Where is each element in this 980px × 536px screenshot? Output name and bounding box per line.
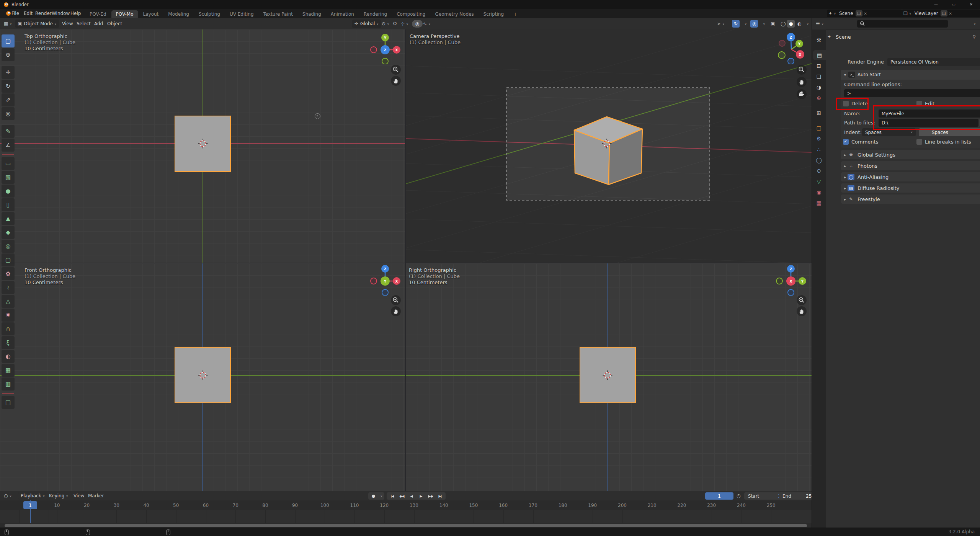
snap-with-dropdown[interactable]: ⊹∨ <box>399 20 410 28</box>
workspace-tab[interactable]: Scripting <box>479 10 508 18</box>
workspace-tab[interactable]: Modeling <box>163 10 194 18</box>
line-breaks-label[interactable]: Line breaks in lists <box>925 139 971 145</box>
marker-menu[interactable]: Marker <box>87 491 105 500</box>
tool-button[interactable]: ◐ <box>2 350 15 363</box>
menu-edit[interactable]: Edit <box>23 9 33 18</box>
zoom-icon[interactable] <box>391 295 401 305</box>
workspace-tab[interactable]: UV Editing <box>225 10 258 18</box>
scrollbar-thumb[interactable] <box>5 524 807 527</box>
workspace-tab[interactable]: + <box>509 10 522 18</box>
panel-header[interactable]: ▸ ▨ Diffuse Radiosity :::: <box>841 183 980 193</box>
filter-dropdown-icon[interactable]: ∨ <box>971 18 977 29</box>
tool-button[interactable]: ≀ <box>2 281 15 294</box>
transport-button[interactable]: ◀ <box>407 493 416 499</box>
overlays-dropdown[interactable]: ∨ <box>760 20 767 28</box>
editor-type-icon[interactable]: ▦∨ <box>3 18 13 29</box>
tool-button[interactable]: □ <box>2 396 15 409</box>
viewport-front[interactable]: Front Orthographic (1) Collection | Cube… <box>0 263 405 491</box>
mode-dropdown[interactable]: ▣ Object Mode∨ <box>15 20 59 28</box>
overlays-toggle-icon[interactable]: ◎ <box>750 20 758 28</box>
quad-divider-vertical[interactable] <box>405 29 406 491</box>
tool-button[interactable]: ▥ <box>2 377 15 391</box>
tool-button[interactable]: ◎ <box>2 107 15 120</box>
tool-button[interactable]: ▢ <box>2 253 15 266</box>
tool-button[interactable]: ∠ <box>2 139 15 152</box>
navigation-gizmo[interactable]: Z X Y <box>369 263 401 296</box>
comments-checkbox[interactable] <box>843 139 849 145</box>
pivot-point-dropdown[interactable]: ⊙∨ <box>380 20 391 28</box>
menu-render[interactable]: Render <box>34 9 52 18</box>
workspace-tab[interactable]: Geometry Nodes <box>430 10 478 18</box>
pan-hand-icon[interactable] <box>797 77 807 87</box>
minimize-button[interactable]: — <box>927 0 945 9</box>
pan-hand-icon[interactable] <box>391 76 401 86</box>
auto-start-panel-header[interactable]: ▾ >_ Auto Start :::: <box>841 70 980 80</box>
gizmos-toggle-icon[interactable]: ↻ <box>732 20 740 28</box>
properties-tab[interactable]: ❏ <box>812 72 826 82</box>
show-gizmo-dropdown[interactable]: ➢∨ <box>715 20 727 28</box>
tool-button[interactable]: ∩ <box>2 322 15 335</box>
viewport-camera[interactable]: Camera Perspective (1) Collection | Cube… <box>406 29 812 263</box>
camera-view-icon[interactable] <box>797 89 807 99</box>
timeline-editor-type-icon[interactable]: ◷∨ <box>3 491 12 500</box>
new-viewlayer-icon[interactable]: ❏ <box>941 10 947 16</box>
timeline-tracks[interactable] <box>0 510 812 523</box>
workspace-tab[interactable]: Sculpting <box>194 10 225 18</box>
preview-range-icon[interactable]: ◷ <box>736 491 741 500</box>
tool-button[interactable]: ✛ <box>2 66 15 79</box>
pan-hand-icon[interactable] <box>797 306 807 316</box>
command-line-input[interactable]: > <box>844 89 980 97</box>
playback-menu[interactable]: Playback∨ <box>18 492 47 500</box>
tool-button[interactable]: ▧ <box>2 171 15 184</box>
tool-button[interactable]: ✿ <box>2 267 15 280</box>
navigation-gizmo[interactable]: Z Y X <box>775 32 807 64</box>
properties-tab[interactable]: ⚙ <box>812 134 826 144</box>
viewport-top[interactable]: Top Orthographic (1) Collection | Cube 1… <box>0 29 405 263</box>
current-frame-field[interactable]: 1 <box>705 492 733 500</box>
properties-tab[interactable]: ⚒ <box>812 35 826 45</box>
tool-button[interactable]: ▭ <box>2 157 15 170</box>
tool-button[interactable]: ✸ <box>2 309 15 322</box>
tool-button[interactable]: ◆ <box>2 226 15 239</box>
tool-button[interactable]: ▢ <box>2 34 15 47</box>
properties-editor-type-icon[interactable]: ☰∨ <box>815 18 825 29</box>
properties-tab[interactable]: ▦ <box>812 198 826 208</box>
viewport-quad-area[interactable]: ▢⊕✛↻⇗◎✎∠▭▧●▯▲◆◎▢✿≀△✸∩ξ◐▦▥□ Top Orthograp… <box>0 29 812 491</box>
properties-tab[interactable]: ◑ <box>812 82 826 92</box>
navigation-gizmo[interactable]: Y X Z <box>369 32 401 64</box>
properties-tab[interactable]: ▢ <box>812 123 826 133</box>
transport-button[interactable]: ▶◆ <box>426 493 435 499</box>
view-menu[interactable]: View <box>73 491 85 500</box>
properties-tab[interactable]: ⊕ <box>812 93 826 103</box>
record-dropdown[interactable]: ∨ <box>377 493 384 499</box>
transport-button[interactable]: ▶ <box>416 493 426 499</box>
remove-viewlayer-icon[interactable]: ✕ <box>949 11 952 16</box>
quad-divider-horizontal[interactable] <box>0 263 812 263</box>
close-button[interactable]: ✕ <box>962 0 980 9</box>
workspace-tab[interactable]: POV-Mo <box>111 10 138 18</box>
tool-button[interactable]: ● <box>2 185 15 198</box>
workspace-tab[interactable]: Compositing <box>392 10 430 18</box>
panel-header[interactable]: ▸ ✎ Freestyle :::: <box>841 194 980 204</box>
properties-tab[interactable]: ▽ <box>812 176 826 186</box>
menu-select[interactable]: Select <box>76 18 91 29</box>
properties-tab[interactable]: ◯ <box>812 155 826 165</box>
auto-key-record-icon[interactable]: ● <box>369 493 377 499</box>
properties-tab[interactable]: ⊟ <box>812 61 826 71</box>
viewport-right[interactable]: Right Orthographic (1) Collection | Cube… <box>406 263 812 491</box>
playhead-frame-label[interactable]: 1 <box>23 501 37 509</box>
menu-window[interactable]: Window <box>51 9 70 18</box>
menu-view[interactable]: View <box>61 18 74 29</box>
tool-button[interactable]: ↻ <box>2 80 15 93</box>
keying-menu[interactable]: Keying∨ <box>47 492 70 500</box>
panel-header[interactable]: ▸ ◯ Anti-Aliasing :::: <box>841 172 980 181</box>
light-object[interactable] <box>315 113 320 119</box>
tool-button[interactable]: ⊕ <box>2 48 15 61</box>
panel-header[interactable]: ▸ ∴ Photons :::: <box>841 161 980 170</box>
zoom-icon[interactable] <box>797 295 807 305</box>
workspace-tab[interactable]: Shading <box>298 10 326 18</box>
tool-button[interactable]: ξ <box>2 336 15 349</box>
shading-wireframe-icon[interactable]: ◯ <box>779 20 787 28</box>
tool-button[interactable]: ◎ <box>2 240 15 253</box>
xray-toggle-icon[interactable]: ▣ <box>769 20 777 28</box>
